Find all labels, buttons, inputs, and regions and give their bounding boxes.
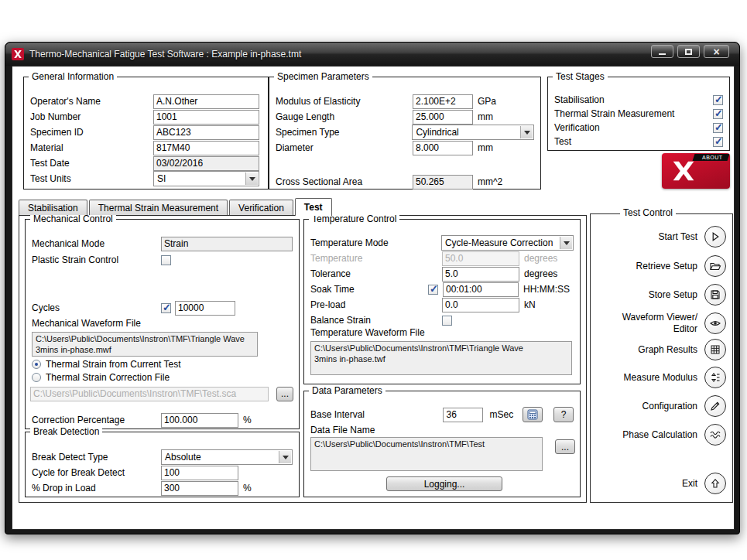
cycles-input[interactable] bbox=[175, 301, 235, 316]
play-icon bbox=[704, 226, 726, 248]
stage-stabilisation-checkbox[interactable] bbox=[713, 95, 723, 105]
stage-stabilisation-label: Stabilisation bbox=[554, 94, 605, 105]
minimize-icon bbox=[659, 53, 666, 55]
correction-file-input[interactable] bbox=[30, 387, 269, 401]
tab-stabilisation[interactable]: Stabilisation bbox=[19, 200, 87, 215]
thermal-strain-file-label: Thermal Strain Correction File bbox=[46, 372, 170, 383]
tab-test[interactable]: Test bbox=[295, 198, 332, 216]
cycle-for-break-detect-input[interactable] bbox=[161, 466, 238, 480]
temperature-waveform-file-value: C:\Users\Public\Documents\Instron\TMF\Tr… bbox=[310, 341, 572, 375]
test-units-label: Test Units bbox=[30, 173, 153, 184]
stage-test-checkbox[interactable] bbox=[713, 137, 723, 147]
specimen-id-input[interactable] bbox=[153, 125, 259, 140]
measure-modulus-button[interactable]: Measure Modulus bbox=[595, 364, 726, 391]
data-file-name-label: Data File Name bbox=[310, 425, 375, 435]
soak-time-checkbox[interactable] bbox=[428, 285, 438, 295]
form-row: Temperature degrees bbox=[304, 251, 580, 266]
stage-row: Test bbox=[548, 135, 729, 149]
form-row: Thermal Strain from Current Test bbox=[26, 358, 187, 370]
base-interval-unit: mSec bbox=[489, 409, 513, 420]
configuration-button[interactable]: Configuration bbox=[595, 393, 726, 419]
retrieve-setup-button[interactable]: Retrieve Setup bbox=[595, 253, 726, 279]
thermal-strain-file-radio[interactable] bbox=[32, 373, 41, 382]
about-button[interactable]: ABOUT bbox=[662, 153, 730, 189]
maximize-icon bbox=[685, 49, 692, 55]
close-icon: × bbox=[713, 46, 719, 57]
window-controls: × bbox=[651, 45, 729, 58]
preload-unit: kN bbox=[524, 299, 536, 310]
diameter-input[interactable] bbox=[413, 141, 473, 155]
stage-verification-checkbox[interactable] bbox=[713, 123, 723, 133]
cross-sectional-area-unit: mm^2 bbox=[478, 176, 502, 187]
temperature-mode-select[interactable]: Cycle-Measure Correction bbox=[441, 235, 574, 251]
stage-tabs: Stabilisation Thermal Strain Measurement… bbox=[19, 198, 334, 216]
minimize-button[interactable] bbox=[651, 45, 673, 58]
temperature-label: Temperature bbox=[310, 253, 442, 264]
tolerance-input[interactable] bbox=[442, 267, 519, 282]
phase-calculation-button[interactable]: Phase Calculation bbox=[595, 422, 726, 448]
sine-wave-icon bbox=[704, 424, 726, 446]
correction-file-browse-button[interactable]: ... bbox=[276, 387, 293, 401]
specimen-type-value: Cylindrical bbox=[416, 127, 458, 138]
break-detect-type-select[interactable]: Absolute bbox=[161, 449, 293, 465]
job-number-input[interactable] bbox=[153, 110, 259, 125]
balance-strain-label: Balance Strain bbox=[310, 315, 442, 326]
cycles-checkbox[interactable] bbox=[161, 303, 171, 313]
data-file-browse-button[interactable]: ... bbox=[555, 439, 575, 454]
title-bar[interactable]: Thermo-Mechanical Fatigue Test Software … bbox=[5, 43, 739, 66]
open-folder-icon bbox=[704, 255, 726, 277]
form-row: Cycles bbox=[26, 300, 299, 316]
grid-icon bbox=[704, 339, 726, 360]
break-detect-type-value: Absolute bbox=[165, 452, 201, 463]
stage-thermal-strain-checkbox[interactable] bbox=[713, 109, 723, 119]
test-control-panel: Test Control Start Test Retrieve Setup S… bbox=[590, 213, 733, 503]
form-row: Pre-load kN bbox=[304, 297, 580, 312]
base-interval-input[interactable] bbox=[443, 408, 483, 422]
thermal-strain-current-radio[interactable] bbox=[32, 360, 41, 369]
drop-in-load-input[interactable] bbox=[161, 481, 238, 496]
tab-thermal-strain-measurement[interactable]: Thermal Strain Measurement bbox=[89, 200, 228, 215]
button-label: Store Setup bbox=[649, 289, 697, 301]
button-label: Configuration bbox=[642, 401, 697, 412]
about-banner: ABOUT bbox=[693, 154, 730, 161]
material-input[interactable] bbox=[153, 141, 259, 155]
diameter-label: Diameter bbox=[276, 142, 413, 153]
base-interval-help-button[interactable]: ? bbox=[553, 407, 574, 422]
waveform-viewer-editor-button[interactable]: Waveform Viewer/ Editor bbox=[595, 310, 726, 336]
maximize-button[interactable] bbox=[677, 45, 700, 58]
modulus-input[interactable] bbox=[413, 94, 473, 109]
operator-name-input[interactable] bbox=[153, 94, 259, 109]
close-button[interactable]: × bbox=[704, 45, 729, 58]
correction-percentage-input[interactable] bbox=[161, 413, 238, 428]
start-test-button[interactable]: Start Test bbox=[595, 224, 726, 250]
tab-verification[interactable]: Verification bbox=[229, 200, 293, 215]
stage-verification-label: Verification bbox=[554, 122, 600, 133]
client-area: General Information Operator's Name Job … bbox=[12, 66, 735, 530]
balance-strain-checkbox[interactable] bbox=[442, 316, 452, 326]
interval-calculator-button[interactable] bbox=[523, 407, 543, 422]
graph-results-button[interactable]: Graph Results bbox=[595, 336, 726, 363]
gauge-length-label: Gauge Length bbox=[276, 111, 413, 122]
correction-percentage-unit: % bbox=[243, 415, 252, 425]
soak-time-label: Soak Time bbox=[310, 284, 428, 295]
correction-percentage-label: Correction Percentage bbox=[32, 415, 161, 425]
form-row: Test Units SI bbox=[24, 171, 268, 186]
group-title: Specimen Parameters bbox=[274, 71, 372, 82]
store-setup-button[interactable]: Store Setup bbox=[595, 282, 726, 308]
specimen-type-select[interactable]: Cylindrical bbox=[412, 125, 534, 140]
stage-row: Thermal Strain Measurement bbox=[548, 107, 729, 121]
test-units-select[interactable]: SI bbox=[153, 171, 259, 186]
logging-button[interactable]: Logging... bbox=[386, 476, 502, 491]
cross-sectional-area-label: Cross Sectional Area bbox=[276, 176, 413, 187]
form-row: Correction Percentage % bbox=[26, 412, 299, 428]
group-title: Data Parameters bbox=[309, 385, 385, 396]
preload-input[interactable] bbox=[442, 298, 519, 312]
cycle-for-break-detect-label: Cycle for Break Detect bbox=[32, 467, 161, 478]
group-title: General Information bbox=[29, 71, 117, 82]
soak-time-input[interactable] bbox=[443, 282, 519, 297]
exit-button[interactable]: Exit bbox=[595, 470, 726, 497]
plastic-strain-control-checkbox[interactable] bbox=[161, 255, 171, 265]
form-row: Test Date bbox=[24, 155, 268, 171]
data-parameters-group: Data Parameters Base Interval mSec ? Dat… bbox=[303, 391, 581, 497]
gauge-length-input[interactable] bbox=[413, 110, 473, 125]
